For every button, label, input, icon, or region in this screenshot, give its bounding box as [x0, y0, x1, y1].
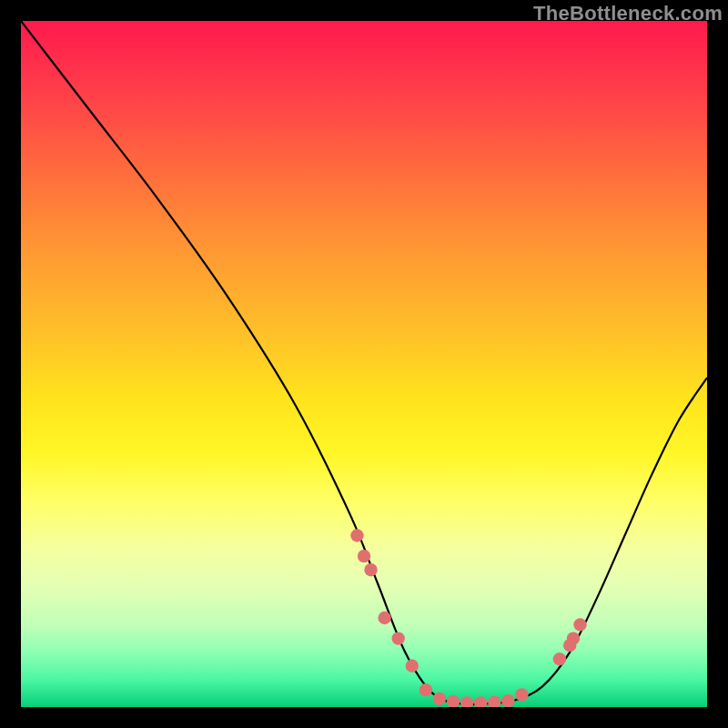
highlight-marker — [488, 696, 500, 707]
attribution-label: TheBottleneck.com — [533, 2, 723, 25]
highlight-marker — [447, 695, 460, 707]
highlight-marker — [515, 688, 528, 701]
highlight-marker — [553, 652, 566, 665]
chart-stage: TheBottleneck.com — [0, 0, 728, 728]
highlight-marker — [433, 693, 446, 705]
highlight-marker — [406, 660, 419, 672]
marker-series — [350, 529, 586, 707]
highlight-marker — [567, 632, 580, 644]
highlight-marker — [350, 529, 363, 541]
line-series — [21, 21, 707, 704]
plot-area — [21, 21, 707, 707]
bottleneck-curve-svg — [21, 21, 707, 707]
highlight-marker — [573, 618, 586, 631]
highlight-marker — [474, 696, 487, 707]
highlight-marker — [460, 696, 473, 707]
highlight-marker — [501, 694, 514, 707]
highlight-marker — [364, 563, 377, 576]
highlight-marker — [420, 683, 432, 696]
highlight-marker — [358, 550, 370, 562]
bottleneck-curve-path — [21, 21, 707, 704]
highlight-marker — [378, 612, 390, 624]
highlight-marker — [392, 632, 405, 644]
